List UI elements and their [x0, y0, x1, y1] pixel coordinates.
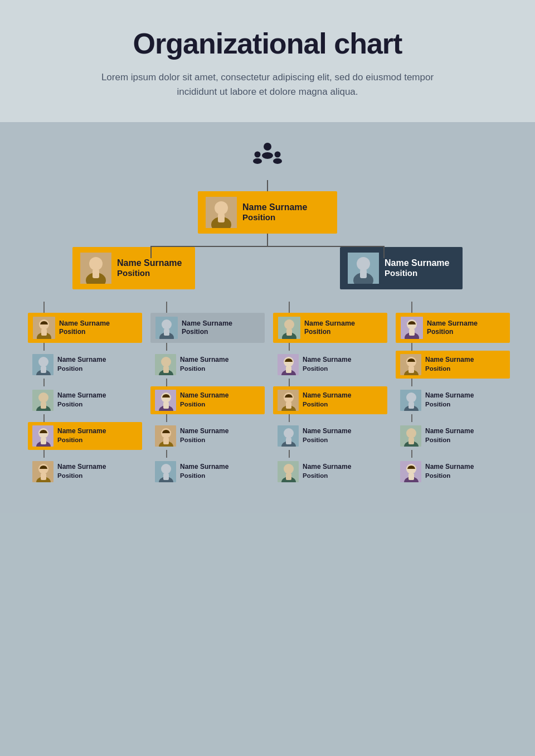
col-0-row-3-name: Name Surname	[57, 463, 106, 472]
col-1-row-3-pos: Position	[180, 472, 228, 480]
svg-rect-57	[163, 473, 169, 480]
col-1-row-0-name: Name Surname	[180, 356, 228, 365]
col-0-row-0-name: Name Surname	[57, 356, 106, 365]
l2-card-right[interactable]: Name Surname Position	[340, 247, 463, 289]
col-3-row-2-pos: Position	[425, 436, 474, 444]
col-2-row-2-name: Name Surname	[303, 427, 351, 436]
col-1-row-3-vline	[166, 450, 167, 458]
l2-left-avatar	[80, 253, 111, 284]
svg-point-15	[357, 257, 370, 270]
col-2: Name Surname Position Name Surname Posit…	[273, 302, 390, 486]
col-0-row-1-pos: Position	[57, 400, 106, 409]
svg-rect-41	[164, 329, 169, 336]
l2-right-name: Name Surname	[385, 258, 450, 268]
svg-rect-65	[286, 366, 291, 373]
col-0-row-1-card[interactable]: Name Surname Position	[28, 386, 142, 414]
page-title: Organizational chart	[45, 27, 490, 60]
ceo-to-l2-connector	[17, 234, 518, 247]
col-1-v-up	[166, 302, 167, 313]
col-3-row-1-card[interactable]: Name Surname Position	[396, 386, 510, 414]
svg-point-71	[284, 428, 294, 438]
col-3: Name Surname Position Name Surname Posit…	[396, 302, 513, 486]
col-3-row-2-name: Name Surname	[425, 427, 474, 436]
l2-left-name: Name Surname	[117, 258, 182, 268]
col-0-row-3-pos: Position	[57, 472, 106, 480]
col-3-row-1-name: Name Surname	[425, 391, 474, 400]
col-3-header-pos: Position	[427, 328, 478, 337]
svg-rect-93	[408, 438, 414, 444]
col-2-row-0-card[interactable]: Name Surname Position	[273, 351, 387, 379]
branch-right-down	[383, 246, 385, 258]
svg-rect-29	[41, 402, 46, 409]
col-0-row-2-card[interactable]: Name Surname Position	[28, 422, 142, 450]
col-3-row-0-card[interactable]: Name Surname Position	[396, 351, 510, 379]
col-3-header-card[interactable]: Name Surname Position	[396, 313, 510, 343]
svg-rect-25	[41, 366, 46, 373]
ceo-avatar	[206, 197, 237, 228]
col-1-row-0-vline	[166, 343, 167, 351]
col-2-row-2-card[interactable]: Name Surname Position	[273, 422, 387, 450]
branch-left-down	[150, 246, 152, 258]
col-3-row-3-name: Name Surname	[425, 463, 474, 472]
col-2-row-2-pos: Position	[303, 436, 351, 444]
l2-card-left[interactable]: Name Surname Position	[72, 247, 195, 289]
col-1-header-card[interactable]: Name Surname Position	[150, 313, 265, 343]
col-0-row-3-card[interactable]: Name Surname Position	[28, 458, 142, 486]
col-0-row-1-vline	[43, 379, 45, 386]
svg-rect-81	[409, 329, 415, 336]
col-2-row-0-name: Name Surname	[303, 356, 351, 365]
col-2-row-0-vline	[289, 343, 290, 351]
col-2-row-3-name: Name Surname	[303, 463, 351, 472]
col-3-row-3-pos: Position	[425, 472, 474, 480]
col-1-row-1-card[interactable]: Name Surname Position	[150, 386, 265, 414]
col-2-row-0-pos: Position	[303, 365, 351, 373]
svg-rect-89	[408, 402, 414, 409]
page-header: Organizational chart Lorem ipsum dolor s…	[0, 0, 535, 122]
col-3-row-1-vline	[411, 379, 412, 386]
col-0-row-0-card[interactable]: Name Surname Position	[28, 351, 142, 379]
svg-rect-45	[163, 366, 169, 373]
col-1-row-2-pos: Position	[180, 436, 228, 444]
col-1-row-3-name: Name Surname	[180, 463, 228, 472]
col-0-header-card[interactable]: Name Surname Position	[28, 313, 142, 343]
svg-rect-9	[218, 214, 225, 222]
col-1-row-3-card[interactable]: Name Surname Position	[150, 458, 265, 486]
col-2-row-3-pos: Position	[303, 472, 351, 480]
svg-point-75	[284, 464, 294, 474]
ceo-position: Position	[242, 212, 308, 222]
col-1-row-1-name: Name Surname	[180, 391, 228, 400]
svg-point-59	[284, 319, 294, 329]
col-2-row-1-card[interactable]: Name Surname Position	[273, 386, 387, 414]
level2-row: Name Surname Position Name Surname Posit…	[28, 247, 507, 289]
svg-point-2	[255, 151, 261, 157]
col-3-header-name: Name Surname	[427, 319, 478, 328]
svg-rect-49	[163, 402, 169, 409]
col-2-row-2-vline	[289, 414, 290, 422]
page-subtitle: Lorem ipsum dolor sit amet, consectetur …	[84, 70, 451, 100]
svg-point-5	[273, 158, 282, 164]
col-1-header-pos: Position	[182, 328, 232, 337]
svg-point-7	[215, 201, 228, 215]
col-3-row-2-card[interactable]: Name Surname Position	[396, 422, 510, 450]
l2-right-position: Position	[385, 268, 450, 278]
col-0-header-name: Name Surname	[59, 319, 110, 328]
col-0-row-1-name: Name Surname	[57, 391, 106, 400]
col-0-header-pos: Position	[59, 328, 110, 337]
col-2-header-card[interactable]: Name Surname Position	[273, 313, 387, 343]
col-1-row-2-name: Name Surname	[180, 427, 228, 436]
col-1-row-2-card[interactable]: Name Surname Position	[150, 422, 265, 450]
col-1-row-0-card[interactable]: Name Surname Position	[150, 351, 265, 379]
svg-rect-97	[408, 473, 414, 480]
col-3-row-0-pos: Position	[425, 365, 474, 373]
ceo-card[interactable]: Name Surname Position	[198, 191, 337, 234]
svg-point-55	[161, 464, 171, 474]
svg-rect-33	[41, 438, 46, 444]
col-3-row-3-card[interactable]: Name Surname Position	[396, 458, 510, 486]
col-1-row-1-pos: Position	[180, 400, 228, 409]
col-2-row-3-card[interactable]: Name Surname Position	[273, 458, 387, 486]
col-0-row-0-pos: Position	[57, 365, 106, 373]
col-0-v-up	[43, 302, 45, 313]
svg-point-0	[264, 143, 271, 151]
col-2-header-name: Name Surname	[304, 319, 355, 328]
l2-left-position: Position	[117, 268, 182, 278]
